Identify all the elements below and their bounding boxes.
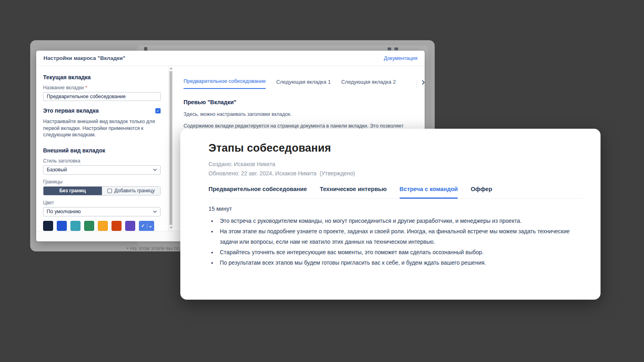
button-divider <box>147 223 147 229</box>
color-label: Цвет <box>43 200 163 206</box>
list-item: По результатам всех этапов мы будем гото… <box>217 257 574 268</box>
created-by-line: Создано: Искаков Никита <box>208 160 582 168</box>
chevron-down-icon <box>153 169 157 171</box>
preview-paragraph: Здесь, можно настраивать заголовки вклад… <box>184 111 425 117</box>
swatch-red[interactable] <box>111 221 122 231</box>
stage-description-list: Это встреча с руководителем команды, но … <box>217 216 574 268</box>
borders-segmented-control: Без границ Добавить границу <box>43 186 161 195</box>
first-tab-checkbox[interactable]: ✓ <box>155 108 161 113</box>
tabs-overflow-chevron-right-icon[interactable] <box>417 80 425 89</box>
color-value: По умолчанию <box>47 209 81 214</box>
tab-team-meeting[interactable]: Встреча с командой <box>400 186 458 199</box>
scroll-up-icon[interactable] <box>170 68 172 69</box>
chevron-down-icon[interactable] <box>149 223 152 229</box>
apply-color-split-button[interactable]: ✓ <box>139 221 154 231</box>
first-tab-row: Это первая вкладка ✓ <box>43 107 161 114</box>
documentation-link[interactable]: Документация <box>384 56 417 61</box>
hidden-text-sliver <box>144 47 147 51</box>
macro-settings-form: Текущая вкладка Название вкладки * Это п… <box>36 66 168 231</box>
chevron-down-icon <box>153 210 157 213</box>
scrollbar-thumb[interactable] <box>169 71 172 225</box>
header-style-label: Стиль заголовка <box>43 158 163 164</box>
dialog-header: Настройки макроса "Вкладки" Документация <box>36 51 425 66</box>
tab-offer[interactable]: Оффер <box>471 186 492 198</box>
preview-tab-bar: Предварительное собеседование Следующая … <box>184 78 425 89</box>
borders-add-checkbox[interactable] <box>107 189 112 193</box>
preview-paragraph: Содержимое вкладки редактируется на стра… <box>184 123 425 129</box>
section-current-tab: Текущая вкладка <box>43 74 163 80</box>
page-toolbar-sliver <box>388 47 398 50</box>
gear-icon <box>394 47 398 50</box>
color-select[interactable]: По умолчанию <box>43 207 161 216</box>
preview-heading: Превью "Вкладки" <box>184 99 425 105</box>
duration-text: 15 минут <box>208 206 582 212</box>
scroll-down-icon[interactable] <box>170 227 172 228</box>
section-appearance: Внешний вид вкладок <box>43 147 163 154</box>
first-tab-hint: Настраивайте внешний вид вкладок только … <box>43 118 160 138</box>
header-style-select[interactable]: Базовый <box>43 165 161 175</box>
swatch-teal[interactable] <box>70 221 80 231</box>
tab-name-label: Название вкладки * <box>43 85 163 90</box>
form-scrollbar[interactable] <box>168 66 173 231</box>
header-style-value: Базовый <box>47 167 67 173</box>
tab-name-input[interactable] <box>43 92 161 101</box>
required-asterisk: * <box>85 85 87 90</box>
page-title: Этапы собеседования <box>208 142 582 154</box>
list-item: Старайтесь уточнять все интересующие вас… <box>217 247 574 257</box>
updated-line: Обновлено: 22 авг. 2024, Искаков Никита … <box>208 170 582 177</box>
borders-none-option[interactable]: Без границ <box>43 187 102 195</box>
swatch-green[interactable] <box>84 221 94 231</box>
borders-label: Границы <box>43 179 163 185</box>
help-icon <box>388 47 391 50</box>
borders-add-option[interactable]: Добавить границу <box>102 187 161 195</box>
list-item: Это встреча с руководителем команды, но … <box>217 216 574 226</box>
stages-tab-bar: Предварительное собеседование Техническо… <box>208 186 582 199</box>
dimmed-bullet-text: • На этом этапе вы под <box>127 245 181 251</box>
dialog-title: Настройки макроса "Вкладки" <box>43 55 125 61</box>
checkmark-icon: ✓ <box>141 223 144 228</box>
swatch-navy[interactable] <box>43 221 53 231</box>
tab-technical-interview[interactable]: Техническое интервью <box>320 186 387 198</box>
borders-add-label: Добавить границу <box>114 188 155 193</box>
list-item: На этом этапе вы подробнее узнаете о про… <box>217 226 574 247</box>
tab-preliminary-interview[interactable]: Предварительное собеседование <box>208 186 307 198</box>
swatch-purple[interactable] <box>125 221 135 231</box>
preview-tab-1[interactable]: Предварительное собеседование <box>184 78 266 89</box>
preview-tab-3[interactable]: Следующая вкладка 2 <box>341 79 396 89</box>
swatch-blue[interactable] <box>57 221 67 231</box>
preview-tab-2[interactable]: Следующая вкладка 1 <box>276 79 331 89</box>
color-swatch-row: ✓ <box>43 221 163 231</box>
first-tab-label: Это первая вкладка <box>43 107 99 114</box>
interview-stages-card: Этапы собеседования Создано: Искаков Ник… <box>180 129 601 300</box>
tab-name-label-text: Название вкладки <box>43 85 85 90</box>
swatch-orange[interactable] <box>98 221 108 231</box>
